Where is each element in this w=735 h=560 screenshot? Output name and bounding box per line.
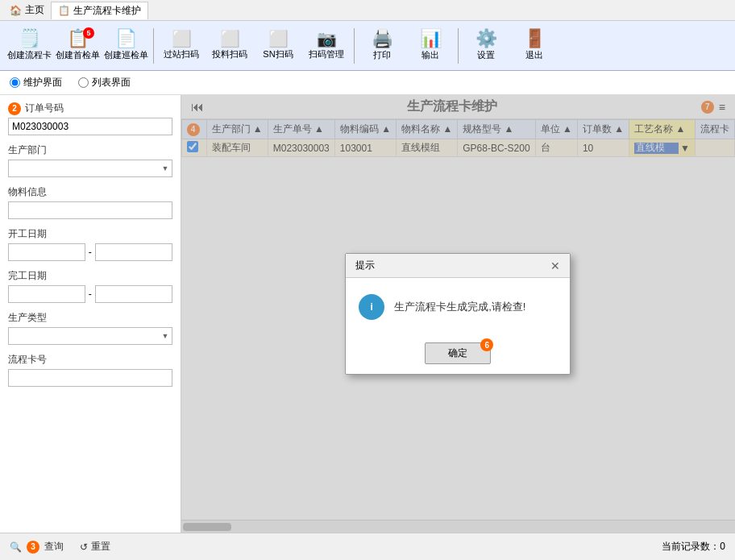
separator-2 [354, 28, 355, 64]
create-patrol-button[interactable]: 📄 创建巡检单 [103, 25, 148, 67]
main-area: 2 订单号码 生产部门 物料信息 开工日期 - [0, 95, 735, 533]
tab-label: 生产流程卡维护 [73, 4, 141, 18]
end-date-to[interactable] [95, 285, 172, 303]
home-tab[interactable]: 🏠 主页 [3, 2, 51, 19]
end-date-from[interactable] [8, 285, 85, 303]
export-button[interactable]: 📊 输出 [408, 25, 453, 67]
badge-5: 5 [83, 27, 94, 39]
tab-icon: 📋 [58, 5, 70, 16]
start-date-to[interactable] [95, 243, 172, 261]
status-bar: 🔍 3 查询 ↺ 重置 当前记录数：0 [0, 533, 735, 560]
radio-maintain[interactable]: 维护界面 [10, 76, 62, 89]
exit-button[interactable]: 🚪 退出 [512, 25, 557, 67]
dept-label: 生产部门 [8, 143, 172, 157]
query-icon: 🔍 [10, 541, 22, 553]
prod-type-group: 生产类型 [8, 311, 172, 345]
dialog-title-bar: 提示 ✕ [346, 254, 570, 278]
scan-input-button[interactable]: ⬜ 投料扫码 [207, 25, 252, 67]
radio-list[interactable]: 列表界面 [78, 76, 131, 89]
main-tab[interactable]: 📋 生产流程卡维护 [51, 2, 148, 19]
radio-maintain-label: 维护界面 [23, 76, 62, 89]
scan-sn-icon: ⬜ [268, 31, 289, 47]
start-date-from[interactable] [8, 243, 85, 261]
reset-icon: ↺ [80, 541, 88, 553]
radio-maintain-input[interactable] [10, 77, 20, 88]
order-num-label: 2 订单号码 [8, 102, 172, 115]
create-card-button[interactable]: 🗒️ 创建流程卡 [6, 25, 52, 67]
scan-input-icon: ⬜ [220, 31, 240, 47]
settings-button[interactable]: ⚙️ 设置 [463, 25, 509, 67]
order-num-input[interactable] [8, 118, 172, 135]
prod-type-select-wrapper [8, 327, 172, 345]
scan-station-button[interactable]: ⬜ 过站扫码 [159, 25, 204, 67]
start-date-group: 开工日期 - [8, 227, 172, 261]
create-card-icon: 🗒️ [19, 30, 40, 48]
query-button[interactable]: 🔍 3 查询 [10, 540, 64, 554]
start-date-row: - [8, 243, 172, 261]
flow-card-group: 流程卡号 [8, 353, 172, 387]
scan-mgmt-icon: 📷 [317, 31, 337, 47]
dialog-ok-button[interactable]: 确定 6 [425, 342, 491, 364]
flow-card-input[interactable] [8, 369, 172, 387]
dialog-message: 生产流程卡生成完成,请检查! [394, 300, 525, 314]
create-inspection-button[interactable]: 5 📋 创建首检单 [55, 25, 100, 67]
record-count: 当前记录数：0 [662, 540, 725, 554]
start-date-sep: - [89, 247, 92, 258]
end-date-group: 完工日期 - [8, 269, 172, 303]
dialog-body: i 生产流程卡生成完成,请检查! [346, 278, 570, 336]
prod-type-select[interactable] [8, 327, 172, 345]
material-label: 物料信息 [8, 185, 172, 199]
dialog-overlay: 提示 ✕ i 生产流程卡生成完成,请检查! 确定 6 [181, 95, 736, 533]
home-label: 主页 [25, 3, 44, 17]
create-patrol-icon: 📄 [115, 30, 137, 48]
home-icon: 🏠 [10, 5, 22, 16]
radio-row: 维护界面 列表界面 [0, 71, 735, 95]
badge-6: 6 [480, 338, 493, 351]
reset-button[interactable]: ↺ 重置 [80, 540, 110, 554]
exit-icon: 🚪 [524, 30, 546, 48]
badge-2: 2 [8, 102, 21, 115]
toolbar: 🗒️ 创建流程卡 5 📋 创建首检单 📄 创建巡检单 ⬜ 过站扫码 ⬜ 投料扫码… [0, 21, 735, 71]
print-icon: 🖨️ [372, 30, 393, 48]
end-date-row: - [8, 285, 172, 303]
dialog-info-icon: i [359, 294, 384, 320]
dialog: 提示 ✕ i 生产流程卡生成完成,请检查! 确定 6 [345, 253, 571, 375]
order-num-group: 2 订单号码 [8, 102, 172, 135]
scan-sn-button[interactable]: ⬜ SN扫码 [255, 25, 301, 67]
prod-type-label: 生产类型 [8, 311, 172, 325]
radio-list-label: 列表界面 [92, 76, 131, 89]
dept-select[interactable] [8, 160, 172, 177]
dept-group: 生产部门 [8, 143, 172, 177]
settings-icon: ⚙️ [475, 30, 497, 48]
content-area: ⏮ 生产流程卡维护 7 ≡ 4 生产部门 ▲ 生产单号 ▲ 物料编码 ▲ [181, 95, 736, 533]
scan-station-icon: ⬜ [172, 31, 192, 47]
title-bar: 🏠 主页 📋 生产流程卡维护 [0, 0, 735, 21]
export-icon: 📊 [420, 30, 442, 48]
end-date-sep: - [89, 288, 92, 300]
separator-1 [153, 28, 154, 64]
badge-3: 3 [27, 541, 39, 554]
status-left: 🔍 3 查询 ↺ 重置 [10, 540, 110, 554]
dialog-close-icon[interactable]: ✕ [550, 259, 560, 272]
start-date-label: 开工日期 [8, 227, 172, 241]
dialog-title: 提示 [355, 259, 375, 272]
print-button[interactable]: 🖨️ 打印 [359, 25, 405, 67]
material-input[interactable] [8, 201, 172, 219]
end-date-label: 完工日期 [8, 269, 172, 283]
sidebar: 2 订单号码 生产部门 物料信息 开工日期 - [0, 95, 181, 533]
dept-select-wrapper [8, 160, 172, 177]
flow-card-label: 流程卡号 [8, 353, 172, 367]
dialog-footer: 确定 6 [346, 336, 570, 374]
scan-mgmt-button[interactable]: 📷 扫码管理 [304, 25, 349, 67]
material-group: 物料信息 [8, 185, 172, 219]
separator-3 [458, 28, 459, 64]
radio-list-input[interactable] [78, 77, 89, 88]
